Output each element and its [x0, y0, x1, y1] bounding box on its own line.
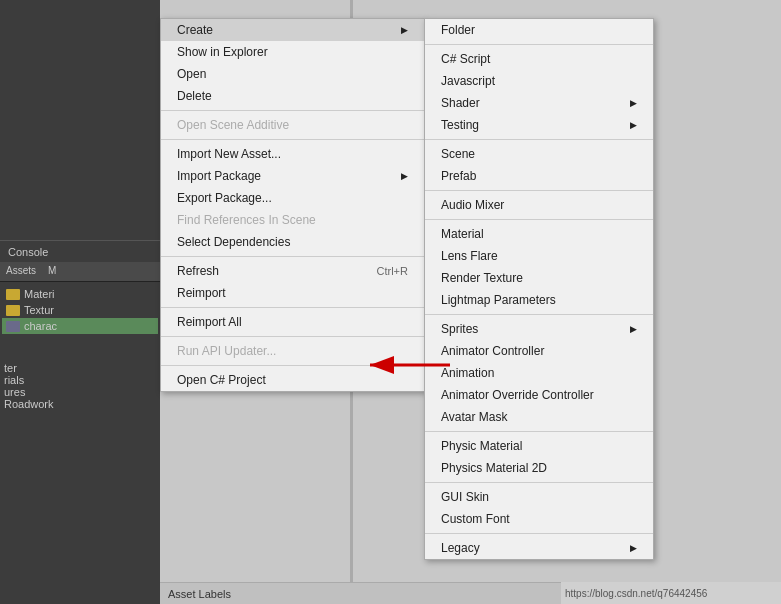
menu-legacy[interactable]: Legacy [425, 537, 653, 559]
sep-r7 [425, 482, 653, 483]
menu-shader[interactable]: Shader [425, 92, 653, 114]
menu-animator-override[interactable]: Animator Override Controller [425, 384, 653, 406]
menu-reimport-label: Reimport [177, 286, 226, 300]
menu-lens-flare-label: Lens Flare [441, 249, 498, 263]
menu-render-texture-label: Render Texture [441, 271, 523, 285]
assets-tab[interactable]: Assets [0, 262, 42, 281]
menu-import-package[interactable]: Import Package [161, 165, 424, 187]
menu-delete[interactable]: Delete [161, 85, 424, 107]
menu-custom-font[interactable]: Custom Font [425, 508, 653, 530]
sep-r1 [425, 44, 653, 45]
sep-r4 [425, 219, 653, 220]
menu-animator-override-label: Animator Override Controller [441, 388, 594, 402]
menu-lens-flare[interactable]: Lens Flare [425, 245, 653, 267]
menu-audio-mixer-label: Audio Mixer [441, 198, 504, 212]
label-ter: ter [4, 362, 54, 374]
separator-1 [161, 110, 424, 111]
menu-reimport[interactable]: Reimport [161, 282, 424, 304]
asset-tabs: Assets M [0, 262, 160, 282]
menu-physic-material-label: Physic Material [441, 439, 522, 453]
folder-textur-icon [6, 305, 20, 316]
menu-sprites-label: Sprites [441, 322, 478, 336]
asset-folders: Materi Textur charac [0, 282, 160, 338]
menu-scene-label: Scene [441, 147, 475, 161]
menu-folder-label: Folder [441, 23, 475, 37]
menu-prefab-label: Prefab [441, 169, 476, 183]
sep-r6 [425, 431, 653, 432]
menu-run-api-updater[interactable]: Run API Updater... [161, 340, 424, 362]
menu-refresh[interactable]: Refresh Ctrl+R [161, 260, 424, 282]
separator-4 [161, 307, 424, 308]
menu-physic-material[interactable]: Physic Material [425, 435, 653, 457]
menu-avatar-mask-label: Avatar Mask [441, 410, 507, 424]
menu-custom-font-label: Custom Font [441, 512, 510, 526]
folder-textur-label: Textur [24, 304, 54, 316]
menu-select-dependencies[interactable]: Select Dependencies [161, 231, 424, 253]
folder-materi[interactable]: Materi [2, 286, 158, 302]
menu-lightmap-params-label: Lightmap Parameters [441, 293, 556, 307]
menu-animation-label: Animation [441, 366, 494, 380]
menu-shader-label: Shader [441, 96, 480, 110]
menu-csharp-script-label: C# Script [441, 52, 490, 66]
menu-folder[interactable]: Folder [425, 19, 653, 41]
menu-open-scene-additive[interactable]: Open Scene Additive [161, 114, 424, 136]
menu-material[interactable]: Material [425, 223, 653, 245]
menu-animation[interactable]: Animation [425, 362, 653, 384]
label-rials: rials [4, 374, 54, 386]
menu-import-new-asset[interactable]: Import New Asset... [161, 143, 424, 165]
context-menu-right: Folder C# Script Javascript Shader Testi… [424, 18, 654, 560]
right-labels: ter rials ures Roadwork [4, 362, 54, 410]
sep-r5 [425, 314, 653, 315]
menu-physics-material-2d[interactable]: Physics Material 2D [425, 457, 653, 479]
menu-testing[interactable]: Testing [425, 114, 653, 136]
folder-charac[interactable]: charac [2, 318, 158, 334]
folder-charac-icon [6, 321, 20, 332]
menu-scene[interactable]: Scene [425, 143, 653, 165]
menu-prefab[interactable]: Prefab [425, 165, 653, 187]
menu-delete-label: Delete [177, 89, 212, 103]
label-roadwork: Roadwork [4, 398, 54, 410]
separator-2 [161, 139, 424, 140]
menu-physics-material-2d-label: Physics Material 2D [441, 461, 547, 475]
sep-r2 [425, 139, 653, 140]
url-bar: https://blog.csdn.net/q76442456 [561, 582, 781, 604]
separator-6 [161, 365, 424, 366]
menu-avatar-mask[interactable]: Avatar Mask [425, 406, 653, 428]
folder-textur[interactable]: Textur [2, 302, 158, 318]
menu-show-explorer[interactable]: Show in Explorer [161, 41, 424, 63]
refresh-shortcut: Ctrl+R [377, 265, 408, 277]
menu-import-package-label: Import Package [177, 169, 261, 183]
menu-animator-controller[interactable]: Animator Controller [425, 340, 653, 362]
console-bar[interactable]: Console [0, 240, 160, 262]
menu-lightmap-params[interactable]: Lightmap Parameters [425, 289, 653, 311]
menu-refresh-label: Refresh [177, 264, 219, 278]
asset-area: Assets M Materi Textur charac [0, 262, 160, 604]
context-menu-left: Create Show in Explorer Open Delete Open… [160, 18, 425, 392]
menu-reimport-all[interactable]: Reimport All [161, 311, 424, 333]
menu-run-api-updater-label: Run API Updater... [177, 344, 276, 358]
menu-create-label: Create [177, 23, 213, 37]
menu-select-dependencies-label: Select Dependencies [177, 235, 290, 249]
menu-export-package-label: Export Package... [177, 191, 272, 205]
menu-open-csharp-label: Open C# Project [177, 373, 266, 387]
menu-javascript[interactable]: Javascript [425, 70, 653, 92]
menu-sprites[interactable]: Sprites [425, 318, 653, 340]
menu-material-label: Material [441, 227, 484, 241]
menu-gui-skin[interactable]: GUI Skin [425, 486, 653, 508]
sep-r3 [425, 190, 653, 191]
menu-javascript-label: Javascript [441, 74, 495, 88]
menu-render-texture[interactable]: Render Texture [425, 267, 653, 289]
menu-find-references[interactable]: Find References In Scene [161, 209, 424, 231]
menu-audio-mixer[interactable]: Audio Mixer [425, 194, 653, 216]
menu-create[interactable]: Create [161, 19, 424, 41]
menu-csharp-script[interactable]: C# Script [425, 48, 653, 70]
m-tab[interactable]: M [42, 262, 62, 281]
menu-open[interactable]: Open [161, 63, 424, 85]
menu-legacy-label: Legacy [441, 541, 480, 555]
menu-open-csharp[interactable]: Open C# Project [161, 369, 424, 391]
asset-labels-text: Asset Labels [168, 588, 231, 600]
sep-r8 [425, 533, 653, 534]
console-label: Console [8, 246, 48, 258]
menu-export-package[interactable]: Export Package... [161, 187, 424, 209]
menu-reimport-all-label: Reimport All [177, 315, 242, 329]
